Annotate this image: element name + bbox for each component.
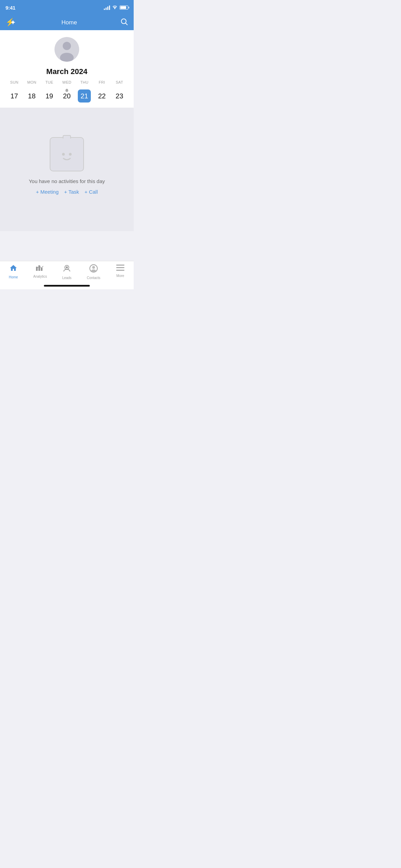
tab-contacts[interactable]: Contacts <box>80 264 107 280</box>
leads-icon <box>62 264 71 275</box>
svg-point-3 <box>121 19 126 24</box>
day-header-sat: SAT <box>111 80 128 84</box>
nav-bar: ⚡ ✦ Home <box>0 15 134 30</box>
tab-analytics[interactable]: Analytics <box>27 264 53 278</box>
day-header-sun: SUN <box>5 80 23 84</box>
add-call-button[interactable]: + Call <box>85 189 98 195</box>
day-headers: SUN MON TUE WED THU FRI SAT <box>5 80 128 84</box>
battery-icon <box>120 5 128 10</box>
day-header-mon: MON <box>23 80 40 84</box>
svg-text:✦: ✦ <box>10 19 15 26</box>
search-icon[interactable] <box>121 18 128 27</box>
day-23[interactable]: 23 <box>111 87 128 105</box>
status-bar: 9:41 <box>0 0 134 15</box>
tab-more[interactable]: More <box>107 264 134 278</box>
month-title: March 2024 <box>0 66 134 80</box>
empty-icon <box>50 137 84 171</box>
avatar[interactable] <box>54 37 79 62</box>
empty-state: You have no activities for this day + Me… <box>0 108 134 231</box>
day-cells: 17 18 19 20 21 22 23 <box>5 87 128 105</box>
svg-rect-10 <box>36 267 38 271</box>
analytics-icon <box>36 264 45 274</box>
tab-contacts-label: Contacts <box>87 276 100 280</box>
home-indicator <box>44 285 90 287</box>
tab-leads[interactable]: Leads <box>53 264 80 280</box>
svg-point-6 <box>63 42 71 50</box>
day-header-wed: WED <box>58 80 75 84</box>
tab-analytics-label: Analytics <box>33 275 47 278</box>
svg-point-9 <box>69 153 72 156</box>
day-22[interactable]: 22 <box>93 87 111 105</box>
calendar: SUN MON TUE WED THU FRI SAT 17 18 19 20 … <box>0 80 134 108</box>
svg-point-17 <box>91 269 96 272</box>
page-title: Home <box>61 19 77 26</box>
day-20[interactable]: 20 <box>58 87 75 105</box>
svg-point-16 <box>92 266 95 269</box>
day-header-fri: FRI <box>93 80 111 84</box>
svg-rect-20 <box>116 270 124 271</box>
svg-rect-18 <box>116 265 124 266</box>
svg-point-0 <box>114 8 115 9</box>
tab-home-label: Home <box>9 275 18 279</box>
empty-message: You have no activities for this day <box>29 178 105 184</box>
day-header-tue: TUE <box>40 80 58 84</box>
svg-point-8 <box>62 153 65 156</box>
svg-rect-19 <box>116 267 124 268</box>
tab-home[interactable]: Home <box>0 264 27 279</box>
home-icon <box>9 264 17 274</box>
status-icons <box>104 5 128 10</box>
svg-point-14 <box>66 266 68 268</box>
day-19[interactable]: 19 <box>40 87 58 105</box>
status-time: 9:41 <box>5 5 15 11</box>
svg-line-4 <box>125 23 127 25</box>
more-icon <box>116 264 124 273</box>
day-header-thu: THU <box>76 80 93 84</box>
action-links: + Meeting + Task + Call <box>36 189 98 195</box>
tab-leads-label: Leads <box>62 276 71 280</box>
tab-more-label: More <box>117 274 124 278</box>
contacts-icon <box>89 264 98 275</box>
wifi-icon <box>112 5 118 10</box>
signal-icon <box>104 5 110 10</box>
add-meeting-button[interactable]: + Meeting <box>36 189 59 195</box>
add-task-button[interactable]: + Task <box>64 189 79 195</box>
avatar-section <box>0 30 134 66</box>
day-17[interactable]: 17 <box>5 87 23 105</box>
logo-icon: ⚡ ✦ <box>5 17 18 28</box>
day-21-today[interactable]: 21 <box>76 87 93 105</box>
day-18[interactable]: 18 <box>23 87 40 105</box>
